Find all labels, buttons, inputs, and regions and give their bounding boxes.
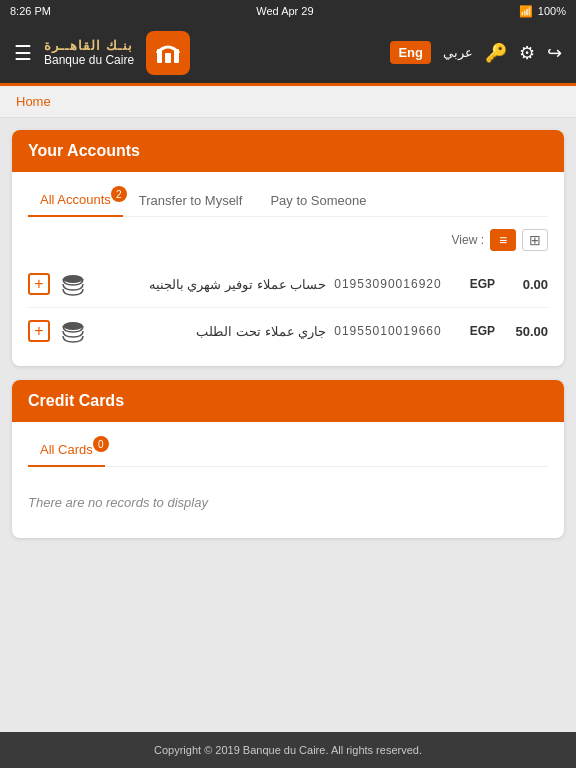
search-icon[interactable]: 🔑 (485, 42, 507, 64)
account-number-1: 01953090016920 (334, 277, 441, 291)
arch-logo-icon (154, 39, 182, 67)
account-balance-2: 50.00 (503, 324, 548, 339)
account-expand-button-1[interactable]: + (28, 273, 50, 295)
accounts-section-header: Your Accounts (12, 130, 564, 172)
account-row: + حساب عملاء توفير شهري بالجنيه 01953090… (28, 261, 548, 308)
no-records-text: There are no records to display (28, 479, 548, 526)
credit-cards-header: Credit Cards (12, 380, 564, 422)
footer-text: Copyright © 2019 Banque du Caire. All ri… (154, 744, 422, 756)
bank-name-arabic: بنـك القاهــرة (44, 38, 134, 53)
battery-icon: 100% (538, 5, 566, 17)
account-currency-1: EGP (470, 277, 495, 291)
breadcrumb: Home (0, 86, 576, 118)
footer: Copyright © 2019 Banque du Caire. All ri… (0, 732, 576, 768)
logout-icon[interactable]: ↪ (547, 42, 562, 64)
app-header: ☰ بنـك القاهــرة Banque du Caire Eng عرب… (0, 22, 576, 86)
header-left: ☰ بنـك القاهــرة Banque du Caire (14, 31, 190, 75)
svg-point-4 (63, 322, 83, 330)
bank-logo: بنـك القاهــرة Banque du Caire (44, 38, 134, 67)
account-icon-2 (60, 318, 86, 344)
cards-tabs: All Cards 0 (28, 434, 548, 467)
credit-cards-section: Credit Cards All Cards 0 There are no re… (12, 380, 564, 538)
view-toggle: View : ≡ ⊞ (28, 229, 548, 251)
status-time: 8:26 PM (10, 5, 51, 17)
svg-rect-2 (165, 53, 171, 63)
tab-transfer-myself[interactable]: Transfer to Myself (127, 185, 255, 216)
credit-cards-title: Credit Cards (28, 392, 124, 409)
tab-all-cards[interactable]: All Cards 0 (28, 434, 105, 467)
status-date: Wed Apr 29 (256, 5, 313, 17)
settings-icon[interactable]: ⚙ (519, 42, 535, 64)
account-currency-2: EGP (470, 324, 495, 338)
account-data-2: جاري عملاء تحت الطلب 01955010019660 EGP … (96, 324, 548, 339)
status-bar: 8:26 PM Wed Apr 29 📶 100% (0, 0, 576, 22)
list-view-button[interactable]: ≡ (490, 229, 516, 251)
account-balance-1: 0.00 (503, 277, 548, 292)
svg-point-3 (63, 275, 83, 283)
account-icon-1 (60, 271, 86, 297)
wifi-icon: 📶 (519, 5, 533, 18)
account-info-1: حساب عملاء توفير شهري بالجنيه (96, 277, 326, 292)
view-label: View : (452, 233, 484, 247)
accounts-section: Your Accounts All Accounts 2 Transfer to… (12, 130, 564, 366)
breadcrumb-home[interactable]: Home (16, 94, 51, 109)
menu-button[interactable]: ☰ (14, 41, 32, 65)
lang-eng-button[interactable]: Eng (390, 41, 431, 64)
credit-cards-body: All Cards 0 There are no records to disp… (12, 422, 564, 538)
grid-view-button[interactable]: ⊞ (522, 229, 548, 251)
accounts-section-body: All Accounts 2 Transfer to Myself Pay to… (12, 172, 564, 366)
all-accounts-badge: 2 (111, 186, 127, 202)
tab-pay-someone[interactable]: Pay to Someone (258, 185, 378, 216)
lang-ar-button[interactable]: عربي (443, 45, 473, 60)
tab-all-accounts[interactable]: All Accounts 2 (28, 184, 123, 217)
account-row: + جاري عملاء تحت الطلب 01955010019660 EG… (28, 308, 548, 354)
account-name-ar-2: جاري عملاء تحت الطلب (96, 324, 326, 339)
account-data-1: حساب عملاء توفير شهري بالجنيه 0195309001… (96, 277, 548, 292)
bank-icon-box (146, 31, 190, 75)
account-expand-button-2[interactable]: + (28, 320, 50, 342)
account-number-2: 01955010019660 (334, 324, 441, 338)
accounts-tabs: All Accounts 2 Transfer to Myself Pay to… (28, 184, 548, 217)
bank-name-french: Banque du Caire (44, 53, 134, 67)
all-cards-badge: 0 (93, 436, 109, 452)
account-info-2: جاري عملاء تحت الطلب (96, 324, 326, 339)
status-icons: 📶 100% (519, 5, 566, 18)
main-content: Your Accounts All Accounts 2 Transfer to… (0, 118, 576, 734)
accounts-title: Your Accounts (28, 142, 140, 159)
account-name-ar-1: حساب عملاء توفير شهري بالجنيه (96, 277, 326, 292)
header-right: Eng عربي 🔑 ⚙ ↪ (390, 41, 562, 64)
